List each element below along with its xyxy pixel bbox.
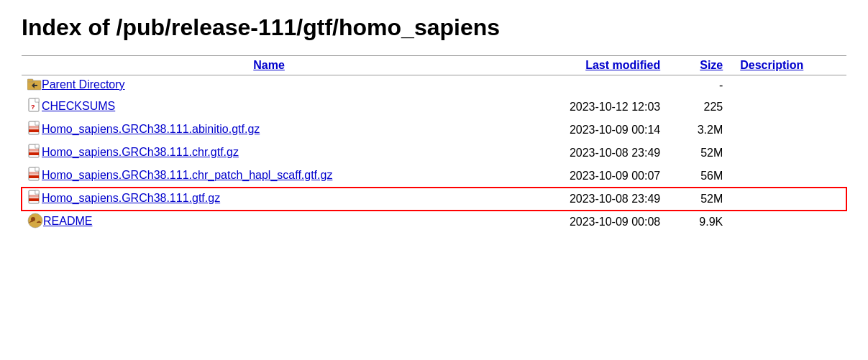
svg-rect-15 xyxy=(29,152,39,155)
file-name-cell: Homo_sapiens.GRCh38.111.abinitio.gtf.gz xyxy=(22,119,516,142)
file-listing-table: Name Last modified Size Description Pare… xyxy=(22,55,846,234)
file-link[interactable]: Homo_sapiens.GRCh38.111.chr.gtf.gz xyxy=(42,146,239,158)
col-size-link[interactable]: Size xyxy=(700,59,723,71)
table-row: Homo_sapiens.GRCh38.111.gtf.gz2023-10-08… xyxy=(22,188,846,211)
file-link[interactable]: Parent Directory xyxy=(42,78,125,91)
gz-icon xyxy=(27,167,42,185)
file-size-cell: 9.9K xyxy=(666,211,728,234)
col-desc-link[interactable]: Description xyxy=(740,59,803,71)
col-desc-header: Description xyxy=(728,56,846,75)
file-link[interactable]: CHECKSUMS xyxy=(42,100,115,112)
file-name-cell: ? CHECKSUMS xyxy=(22,96,516,119)
file-description-cell xyxy=(728,119,846,142)
file-name-cell: Parent Directory xyxy=(22,75,516,96)
table-row: README2023-10-09 00:089.9K xyxy=(22,211,846,234)
gz-icon xyxy=(27,190,42,208)
svg-rect-25 xyxy=(29,198,39,201)
svg-rect-19 xyxy=(35,167,39,171)
file-description-cell xyxy=(728,188,846,211)
svg-rect-20 xyxy=(29,175,39,178)
file-link[interactable]: Homo_sapiens.GRCh38.111.chr_patch_hapl_s… xyxy=(42,169,332,181)
svg-rect-9 xyxy=(35,121,39,125)
file-modified-cell: 2023-10-09 00:14 xyxy=(516,119,666,142)
svg-rect-24 xyxy=(35,190,39,194)
gz-icon xyxy=(27,121,42,139)
readme-icon xyxy=(27,213,43,231)
table-row: Homo_sapiens.GRCh38.111.abinitio.gtf.gz2… xyxy=(22,119,846,142)
file-link[interactable]: Homo_sapiens.GRCh38.111.gtf.gz xyxy=(42,192,220,204)
file-size-cell: 52M xyxy=(666,188,728,211)
table-row: Parent Directory- xyxy=(22,75,846,96)
file-link[interactable]: README xyxy=(43,215,92,227)
col-modified-header: Last modified xyxy=(516,56,666,75)
file-size-cell: - xyxy=(666,75,728,96)
col-modified-link[interactable]: Last modified xyxy=(585,59,660,71)
svg-rect-10 xyxy=(29,129,39,132)
svg-rect-16 xyxy=(29,149,39,152)
file-description-cell xyxy=(728,142,846,165)
file-description-cell xyxy=(728,211,846,234)
svg-rect-11 xyxy=(29,126,39,129)
file-description-cell xyxy=(728,96,846,119)
unknown-icon: ? xyxy=(27,98,42,116)
svg-rect-26 xyxy=(29,195,39,198)
table-header-row: Name Last modified Size Description xyxy=(22,56,846,75)
file-size-cell: 3.2M xyxy=(666,119,728,142)
file-name-cell: Homo_sapiens.GRCh38.111.chr.gtf.gz xyxy=(22,142,516,165)
file-modified-cell: 2023-10-08 23:49 xyxy=(516,188,666,211)
table-row: Homo_sapiens.GRCh38.111.chr.gtf.gz2023-1… xyxy=(22,142,846,165)
file-modified-cell: 2023-10-09 00:07 xyxy=(516,165,666,188)
table-row: Homo_sapiens.GRCh38.111.chr_patch_hapl_s… xyxy=(22,165,846,188)
file-modified-cell: 2023-10-09 00:08 xyxy=(516,211,666,234)
col-name-link[interactable]: Name xyxy=(253,59,285,71)
col-name-header: Name xyxy=(22,56,516,75)
file-description-cell xyxy=(728,75,846,96)
file-modified-cell xyxy=(516,75,666,96)
svg-point-27 xyxy=(28,213,42,228)
file-size-cell: 56M xyxy=(666,165,728,188)
svg-rect-1 xyxy=(27,79,33,82)
col-size-header: Size xyxy=(666,56,728,75)
file-description-cell xyxy=(728,165,846,188)
table-row: ? CHECKSUMS2023-10-12 12:03225 xyxy=(22,96,846,119)
file-link[interactable]: Homo_sapiens.GRCh38.111.abinitio.gtf.gz xyxy=(42,123,260,135)
svg-rect-14 xyxy=(35,144,39,148)
gz-icon xyxy=(27,144,42,162)
file-name-cell: Homo_sapiens.GRCh38.111.gtf.gz xyxy=(22,188,516,211)
folder-icon xyxy=(27,78,42,93)
page-title: Index of /pub/release-111/gtf/homo_sapie… xyxy=(22,14,846,41)
file-modified-cell: 2023-10-08 23:49 xyxy=(516,142,666,165)
file-modified-cell: 2023-10-12 12:03 xyxy=(516,96,666,119)
file-name-cell: Homo_sapiens.GRCh38.111.chr_patch_hapl_s… xyxy=(22,165,516,188)
svg-rect-5 xyxy=(35,98,39,102)
svg-text:?: ? xyxy=(31,103,35,111)
file-name-cell: README xyxy=(22,211,516,234)
file-size-cell: 225 xyxy=(666,96,728,119)
file-size-cell: 52M xyxy=(666,142,728,165)
svg-rect-21 xyxy=(29,172,39,175)
